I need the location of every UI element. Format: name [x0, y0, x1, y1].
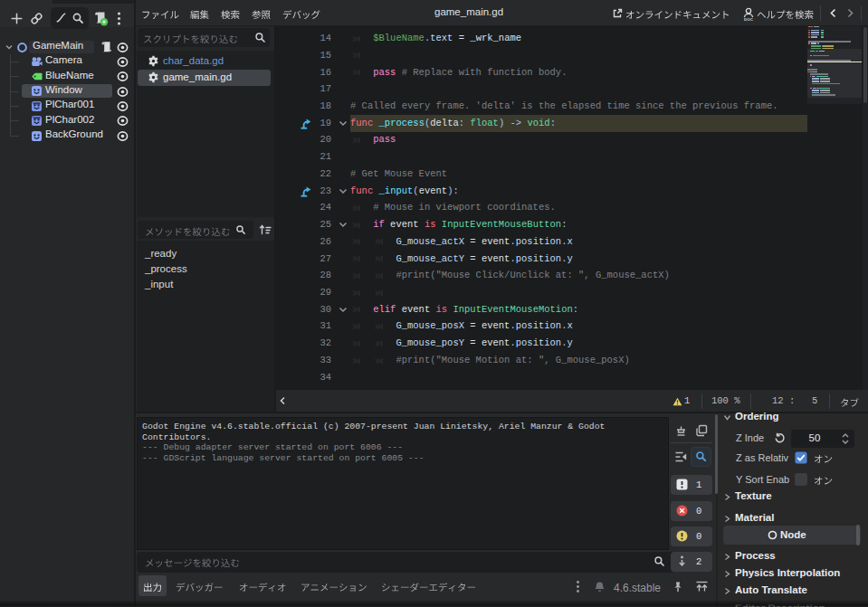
- svg-text:DOC: DOC: [744, 17, 754, 22]
